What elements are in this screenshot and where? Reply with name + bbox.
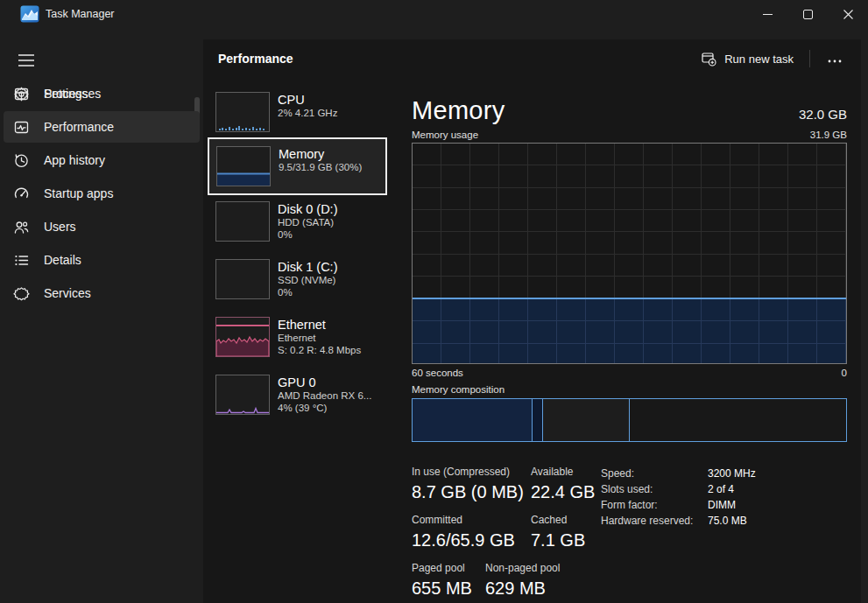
gpu-mini-chart bbox=[215, 375, 270, 415]
total-memory-value: 32.0 GB bbox=[799, 107, 847, 122]
stat-value-committed: 12.6/65.9 GB bbox=[412, 529, 531, 551]
info-row-hw-reserved: Hardware reserved: 75.0 MB bbox=[601, 513, 756, 529]
hardware-info: Speed: 3200 MHz Slots used: 2 of 4 Form … bbox=[601, 466, 756, 529]
stat-value-in-use: 8.7 GB (0 MB) bbox=[412, 480, 531, 503]
composition-segment-modified bbox=[533, 399, 543, 441]
perf-item-title: Memory bbox=[279, 146, 362, 162]
memory-stats: In use (Compressed) Available 8.7 GB (0 … bbox=[412, 465, 847, 599]
close-icon bbox=[843, 10, 853, 19]
run-new-task-icon bbox=[702, 52, 716, 67]
stat-label-available: Available bbox=[531, 465, 573, 479]
info-row-form-factor: Form factor: DIMM bbox=[601, 497, 756, 513]
perf-item-disk1[interactable]: Disk 1 (C:) SSD (NVMe) 0% bbox=[207, 259, 387, 299]
perf-item-sub: SSD (NVMe) bbox=[278, 275, 337, 287]
window-controls bbox=[747, 0, 868, 28]
stats-row-3: Paged pool Non-paged pool 655 MB 629 MB bbox=[412, 561, 847, 599]
composition-segment-in-use bbox=[413, 399, 533, 441]
nav-toggle-button[interactable] bbox=[11, 46, 41, 74]
perf-item-title: Disk 0 (D:) bbox=[278, 201, 337, 217]
perf-item-sub2: 0% bbox=[278, 287, 337, 299]
perf-item-title: Ethernet bbox=[278, 317, 361, 333]
perf-item-sub: 9.5/31.9 GB (30%) bbox=[279, 162, 362, 174]
stat-label-committed: Committed bbox=[412, 513, 531, 527]
close-button[interactable] bbox=[828, 0, 868, 28]
perf-item-cpu[interactable]: CPU 2% 4.21 GHz bbox=[207, 92, 387, 132]
perf-item-sub2: S: 0.2 R: 4.8 Mbps bbox=[278, 345, 361, 357]
perf-item-title: CPU bbox=[278, 92, 337, 108]
memory-usage-max: 31.9 GB bbox=[810, 130, 847, 140]
performance-resource-list: CPU 2% 4.21 GHz Memory 9.5/31.9 GB (30%)… bbox=[207, 92, 387, 432]
stat-label-non-paged-pool: Non-paged pool bbox=[485, 561, 560, 575]
stat-value-available: 22.4 GB bbox=[531, 480, 595, 503]
memory-mini-chart bbox=[216, 146, 271, 186]
info-row-speed: Speed: 3200 MHz bbox=[601, 466, 756, 481]
perf-item-sub2: 4% (39 °C) bbox=[278, 403, 371, 415]
hamburger-icon bbox=[18, 54, 34, 67]
stat-value-cached: 7.1 GB bbox=[531, 529, 585, 551]
task-manager-app-icon bbox=[20, 4, 39, 24]
sidebar-item-label: Settings bbox=[44, 87, 88, 101]
time-axis-right-label: 0 bbox=[842, 368, 847, 378]
time-axis-left-label: 60 seconds bbox=[412, 368, 463, 378]
header-divider bbox=[809, 50, 810, 67]
info-label: Slots used: bbox=[601, 481, 708, 497]
perf-item-disk0[interactable]: Disk 0 (D:) HDD (SATA) 0% bbox=[207, 201, 387, 242]
run-new-task-label: Run new task bbox=[724, 53, 794, 66]
sidebar-item-settings[interactable]: Settings bbox=[4, 78, 200, 109]
maximize-button[interactable] bbox=[787, 0, 828, 28]
minimize-icon bbox=[763, 10, 773, 19]
info-label: Form factor: bbox=[601, 497, 708, 513]
info-row-slots: Slots used: 2 of 4 bbox=[601, 481, 756, 497]
window-title: Task Manager bbox=[46, 8, 115, 20]
memory-detail-panel: Memory 32.0 GB Memory usage 31.9 GB 60 s… bbox=[412, 96, 847, 603]
perf-item-title: GPU 0 bbox=[278, 375, 371, 390]
info-value: 75.0 MB bbox=[708, 513, 747, 529]
perf-item-sub: HDD (SATA) bbox=[278, 217, 337, 229]
content-pane: Performance Run new task bbox=[203, 39, 861, 603]
info-label: Hardware reserved: bbox=[601, 513, 708, 529]
perf-item-title: Disk 1 (C:) bbox=[278, 259, 337, 275]
ethernet-mini-chart bbox=[215, 317, 270, 357]
titlebar: Task Manager bbox=[0, 0, 868, 39]
cpu-mini-chart bbox=[215, 92, 270, 132]
stat-label-cached: Cached bbox=[531, 513, 567, 527]
perf-item-sub: Ethernet bbox=[278, 333, 361, 345]
disk1-mini-chart bbox=[215, 259, 270, 299]
minimize-button[interactable] bbox=[747, 0, 787, 28]
content-header: Performance Run new task bbox=[203, 39, 861, 78]
disk0-mini-chart bbox=[215, 201, 270, 242]
chart-gridlines-fill bbox=[413, 299, 846, 363]
page-title: Performance bbox=[218, 52, 293, 66]
memory-usage-chart bbox=[412, 143, 847, 364]
maximize-icon bbox=[803, 10, 813, 19]
perf-item-memory[interactable]: Memory 9.5/31.9 GB (30%) bbox=[208, 137, 387, 195]
sidebar: Processes Performance App history Startu… bbox=[0, 39, 203, 603]
stat-value-paged-pool: 655 MB bbox=[412, 577, 485, 599]
composition-segment-standby bbox=[543, 399, 630, 441]
ellipsis-icon bbox=[828, 60, 842, 63]
detail-title: Memory bbox=[412, 96, 505, 125]
memory-composition-bar[interactable] bbox=[412, 398, 847, 442]
info-value: 3200 MHz bbox=[708, 466, 756, 481]
memory-composition-label: Memory composition bbox=[412, 384, 847, 395]
perf-item-sub: 2% 4.21 GHz bbox=[278, 108, 337, 120]
info-label: Speed: bbox=[601, 466, 708, 481]
perf-item-sub2: 0% bbox=[278, 229, 337, 242]
memory-usage-label: Memory usage bbox=[412, 130, 478, 140]
info-value: 2 of 4 bbox=[708, 481, 734, 497]
memory-usage-fill bbox=[413, 298, 846, 363]
run-new-task-button[interactable]: Run new task bbox=[695, 46, 801, 72]
perf-item-ethernet[interactable]: Ethernet Ethernet S: 0.2 R: 4.8 Mbps bbox=[207, 317, 387, 357]
perf-item-gpu[interactable]: GPU 0 AMD Radeon RX 6... 4% (39 °C) bbox=[207, 375, 387, 415]
stat-label-paged-pool: Paged pool bbox=[412, 561, 485, 575]
sidebar-footer: Settings bbox=[0, 76, 203, 599]
settings-gear-icon bbox=[12, 85, 30, 102]
info-value: DIMM bbox=[708, 497, 736, 513]
stat-label-in-use: In use (Compressed) bbox=[412, 465, 531, 479]
perf-item-sub: AMD Radeon RX 6... bbox=[278, 390, 371, 403]
composition-segment-free bbox=[630, 399, 846, 441]
more-options-button[interactable] bbox=[819, 47, 850, 71]
stat-value-non-paged-pool: 629 MB bbox=[485, 577, 546, 599]
